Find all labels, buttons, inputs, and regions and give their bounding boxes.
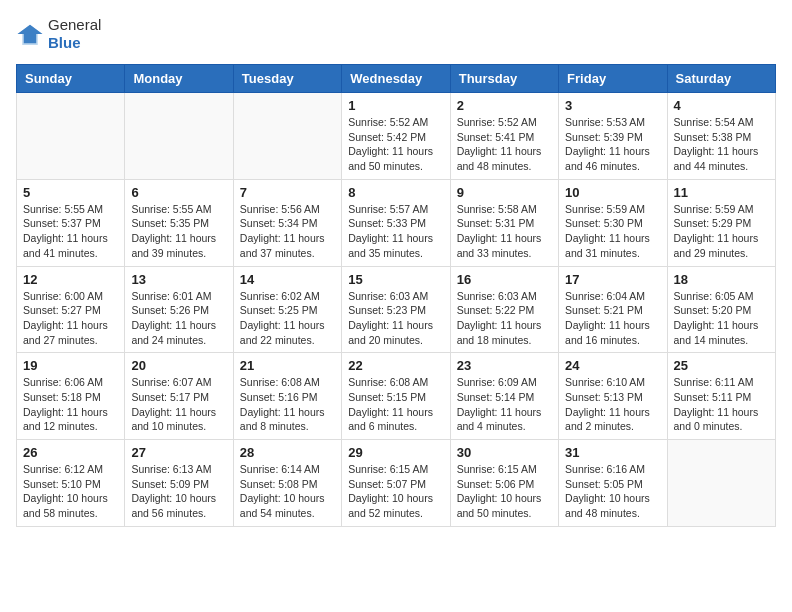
day-number: 13 <box>131 272 226 287</box>
day-number: 28 <box>240 445 335 460</box>
calendar-day-cell: 14Sunrise: 6:02 AMSunset: 5:25 PMDayligh… <box>233 266 341 353</box>
calendar-header-row: SundayMondayTuesdayWednesdayThursdayFrid… <box>17 65 776 93</box>
calendar-day-cell: 29Sunrise: 6:15 AMSunset: 5:07 PMDayligh… <box>342 440 450 527</box>
day-info: Sunrise: 5:52 AMSunset: 5:42 PMDaylight:… <box>348 115 443 174</box>
day-info: Sunrise: 6:02 AMSunset: 5:25 PMDaylight:… <box>240 289 335 348</box>
calendar-day-cell: 27Sunrise: 6:13 AMSunset: 5:09 PMDayligh… <box>125 440 233 527</box>
calendar-week-row: 26Sunrise: 6:12 AMSunset: 5:10 PMDayligh… <box>17 440 776 527</box>
day-info: Sunrise: 6:13 AMSunset: 5:09 PMDaylight:… <box>131 462 226 521</box>
day-number: 7 <box>240 185 335 200</box>
day-number: 24 <box>565 358 660 373</box>
calendar-day-cell: 18Sunrise: 6:05 AMSunset: 5:20 PMDayligh… <box>667 266 775 353</box>
calendar-day-cell: 24Sunrise: 6:10 AMSunset: 5:13 PMDayligh… <box>559 353 667 440</box>
day-number: 15 <box>348 272 443 287</box>
calendar-day-cell: 6Sunrise: 5:55 AMSunset: 5:35 PMDaylight… <box>125 179 233 266</box>
day-info: Sunrise: 6:12 AMSunset: 5:10 PMDaylight:… <box>23 462 118 521</box>
day-number: 17 <box>565 272 660 287</box>
calendar-day-cell: 20Sunrise: 6:07 AMSunset: 5:17 PMDayligh… <box>125 353 233 440</box>
calendar-day-cell: 30Sunrise: 6:15 AMSunset: 5:06 PMDayligh… <box>450 440 558 527</box>
day-info: Sunrise: 5:54 AMSunset: 5:38 PMDaylight:… <box>674 115 769 174</box>
day-info: Sunrise: 6:03 AMSunset: 5:22 PMDaylight:… <box>457 289 552 348</box>
day-info: Sunrise: 6:15 AMSunset: 5:07 PMDaylight:… <box>348 462 443 521</box>
calendar-day-cell: 19Sunrise: 6:06 AMSunset: 5:18 PMDayligh… <box>17 353 125 440</box>
day-number: 18 <box>674 272 769 287</box>
day-info: Sunrise: 6:04 AMSunset: 5:21 PMDaylight:… <box>565 289 660 348</box>
calendar-week-row: 19Sunrise: 6:06 AMSunset: 5:18 PMDayligh… <box>17 353 776 440</box>
calendar-day-cell: 23Sunrise: 6:09 AMSunset: 5:14 PMDayligh… <box>450 353 558 440</box>
calendar-table: SundayMondayTuesdayWednesdayThursdayFrid… <box>16 64 776 527</box>
day-number: 10 <box>565 185 660 200</box>
calendar-day-cell: 11Sunrise: 5:59 AMSunset: 5:29 PMDayligh… <box>667 179 775 266</box>
calendar-day-cell: 1Sunrise: 5:52 AMSunset: 5:42 PMDaylight… <box>342 93 450 180</box>
day-number: 25 <box>674 358 769 373</box>
day-number: 19 <box>23 358 118 373</box>
calendar-day-cell: 9Sunrise: 5:58 AMSunset: 5:31 PMDaylight… <box>450 179 558 266</box>
calendar-day-cell: 8Sunrise: 5:57 AMSunset: 5:33 PMDaylight… <box>342 179 450 266</box>
day-number: 12 <box>23 272 118 287</box>
day-info: Sunrise: 6:03 AMSunset: 5:23 PMDaylight:… <box>348 289 443 348</box>
weekday-header: Saturday <box>667 65 775 93</box>
day-info: Sunrise: 5:59 AMSunset: 5:30 PMDaylight:… <box>565 202 660 261</box>
day-info: Sunrise: 6:05 AMSunset: 5:20 PMDaylight:… <box>674 289 769 348</box>
calendar-day-cell: 3Sunrise: 5:53 AMSunset: 5:39 PMDaylight… <box>559 93 667 180</box>
day-number: 21 <box>240 358 335 373</box>
day-number: 3 <box>565 98 660 113</box>
calendar-week-row: 12Sunrise: 6:00 AMSunset: 5:27 PMDayligh… <box>17 266 776 353</box>
logo-blue: Blue <box>48 34 81 51</box>
calendar-day-cell <box>17 93 125 180</box>
calendar-day-cell: 12Sunrise: 6:00 AMSunset: 5:27 PMDayligh… <box>17 266 125 353</box>
day-number: 22 <box>348 358 443 373</box>
calendar-week-row: 1Sunrise: 5:52 AMSunset: 5:42 PMDaylight… <box>17 93 776 180</box>
day-info: Sunrise: 5:57 AMSunset: 5:33 PMDaylight:… <box>348 202 443 261</box>
day-info: Sunrise: 5:59 AMSunset: 5:29 PMDaylight:… <box>674 202 769 261</box>
day-number: 29 <box>348 445 443 460</box>
calendar-day-cell: 22Sunrise: 6:08 AMSunset: 5:15 PMDayligh… <box>342 353 450 440</box>
day-number: 30 <box>457 445 552 460</box>
day-number: 8 <box>348 185 443 200</box>
calendar-week-row: 5Sunrise: 5:55 AMSunset: 5:37 PMDaylight… <box>17 179 776 266</box>
day-number: 4 <box>674 98 769 113</box>
day-info: Sunrise: 5:55 AMSunset: 5:37 PMDaylight:… <box>23 202 118 261</box>
weekday-header: Monday <box>125 65 233 93</box>
day-number: 23 <box>457 358 552 373</box>
calendar-day-cell: 31Sunrise: 6:16 AMSunset: 5:05 PMDayligh… <box>559 440 667 527</box>
day-number: 2 <box>457 98 552 113</box>
day-info: Sunrise: 5:53 AMSunset: 5:39 PMDaylight:… <box>565 115 660 174</box>
day-number: 31 <box>565 445 660 460</box>
calendar-day-cell <box>125 93 233 180</box>
calendar-day-cell <box>667 440 775 527</box>
day-info: Sunrise: 6:07 AMSunset: 5:17 PMDaylight:… <box>131 375 226 434</box>
calendar-day-cell: 17Sunrise: 6:04 AMSunset: 5:21 PMDayligh… <box>559 266 667 353</box>
day-number: 16 <box>457 272 552 287</box>
calendar-day-cell: 5Sunrise: 5:55 AMSunset: 5:37 PMDaylight… <box>17 179 125 266</box>
logo-general: General <box>48 16 101 33</box>
day-info: Sunrise: 6:08 AMSunset: 5:16 PMDaylight:… <box>240 375 335 434</box>
day-info: Sunrise: 5:55 AMSunset: 5:35 PMDaylight:… <box>131 202 226 261</box>
calendar-day-cell <box>233 93 341 180</box>
weekday-header: Tuesday <box>233 65 341 93</box>
day-info: Sunrise: 6:11 AMSunset: 5:11 PMDaylight:… <box>674 375 769 434</box>
logo-text: General Blue <box>48 16 101 52</box>
day-info: Sunrise: 5:52 AMSunset: 5:41 PMDaylight:… <box>457 115 552 174</box>
calendar-day-cell: 4Sunrise: 5:54 AMSunset: 5:38 PMDaylight… <box>667 93 775 180</box>
page-header: General Blue <box>16 16 776 52</box>
day-info: Sunrise: 6:08 AMSunset: 5:15 PMDaylight:… <box>348 375 443 434</box>
logo: General Blue <box>16 16 101 52</box>
weekday-header: Friday <box>559 65 667 93</box>
calendar-day-cell: 10Sunrise: 5:59 AMSunset: 5:30 PMDayligh… <box>559 179 667 266</box>
weekday-header: Thursday <box>450 65 558 93</box>
day-info: Sunrise: 6:06 AMSunset: 5:18 PMDaylight:… <box>23 375 118 434</box>
day-number: 26 <box>23 445 118 460</box>
day-info: Sunrise: 5:58 AMSunset: 5:31 PMDaylight:… <box>457 202 552 261</box>
day-number: 9 <box>457 185 552 200</box>
day-number: 20 <box>131 358 226 373</box>
day-number: 14 <box>240 272 335 287</box>
day-info: Sunrise: 6:09 AMSunset: 5:14 PMDaylight:… <box>457 375 552 434</box>
day-info: Sunrise: 6:15 AMSunset: 5:06 PMDaylight:… <box>457 462 552 521</box>
calendar-day-cell: 28Sunrise: 6:14 AMSunset: 5:08 PMDayligh… <box>233 440 341 527</box>
calendar-day-cell: 15Sunrise: 6:03 AMSunset: 5:23 PMDayligh… <box>342 266 450 353</box>
logo-icon <box>16 23 44 45</box>
weekday-header: Wednesday <box>342 65 450 93</box>
day-info: Sunrise: 5:56 AMSunset: 5:34 PMDaylight:… <box>240 202 335 261</box>
day-info: Sunrise: 6:14 AMSunset: 5:08 PMDaylight:… <box>240 462 335 521</box>
